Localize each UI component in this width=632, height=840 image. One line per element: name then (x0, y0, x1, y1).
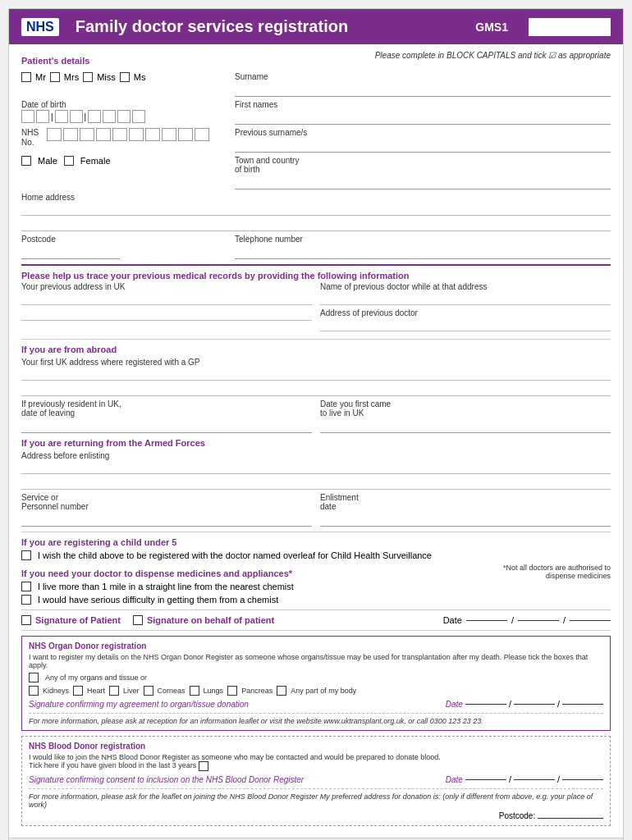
blood-date-label: Date (446, 775, 463, 784)
lungs-checkbox[interactable] (190, 686, 199, 696)
organ-date-2[interactable] (514, 704, 555, 705)
kidneys-checkbox[interactable] (29, 686, 39, 696)
title-surname-row: Mr Mrs Miss Ms Surname (21, 72, 611, 97)
first-names-field: First names (235, 100, 611, 125)
title-miss-checkbox[interactable] (83, 72, 93, 82)
female-checkbox[interactable] (64, 156, 74, 166)
first-uk-address-label: Your first UK address where registered w… (21, 358, 611, 367)
title-mrs-checkbox[interactable] (50, 72, 60, 82)
liver-label: Liver (123, 687, 140, 695)
dob-m2[interactable] (70, 110, 83, 123)
town-country-input[interactable] (235, 175, 611, 189)
title-mr-checkbox[interactable] (21, 72, 31, 82)
form-instruction: Please complete in BLOCK CAPITALS and ti… (375, 51, 611, 60)
first-uk-address-input-1[interactable] (21, 368, 611, 381)
sig-behalf-checkbox[interactable] (133, 615, 143, 625)
dob-y3[interactable] (117, 110, 131, 123)
dob-m1[interactable] (55, 110, 68, 123)
organ-any-checkbox[interactable] (29, 673, 39, 682)
nhs-b1[interactable] (47, 128, 62, 141)
blood-donor-description: I would like to join the NHS Blood Donor… (29, 753, 603, 771)
service-number-input[interactable] (21, 512, 312, 527)
lungs-label: Lungs (204, 687, 224, 695)
telephone-input[interactable] (235, 244, 611, 259)
nhs-b4[interactable] (96, 128, 111, 141)
sig-behalf-group: Signature on behalf of patient (133, 615, 274, 625)
enlistment-date-input[interactable] (320, 512, 611, 527)
home-address-label: Home address (21, 193, 611, 202)
child-surveillance-row: I wish the child above to be registered … (21, 550, 611, 560)
prev-address-label: Your previous address in UK (21, 282, 312, 291)
nhs-b6[interactable] (129, 128, 144, 141)
blood-date-3[interactable] (562, 779, 603, 780)
prev-resident-field: If previously resident in UK,date of lea… (21, 399, 312, 433)
blood-date-1[interactable] (465, 779, 506, 780)
dob-d2[interactable] (36, 110, 49, 123)
date-input-2[interactable] (518, 620, 559, 621)
child-under-5-title: If you are registering a child under 5 (21, 537, 611, 547)
prev-doctor-address-input[interactable] (320, 318, 611, 331)
home-address-input-2[interactable] (21, 218, 611, 231)
any-part-checkbox[interactable] (277, 686, 286, 696)
nhs-b9[interactable] (178, 128, 193, 141)
dob-y2[interactable] (103, 110, 116, 123)
nhs-b3[interactable] (80, 128, 94, 141)
address-before-input-2[interactable] (21, 477, 611, 490)
town-country-label: Town and countryof birth (235, 156, 611, 174)
prev-address-input-2[interactable] (21, 308, 312, 321)
male-checkbox[interactable] (21, 156, 31, 166)
blood-postcode-row: Postcode: (29, 811, 603, 820)
blood-postcode-input[interactable] (538, 818, 603, 819)
first-names-label: First names (235, 100, 611, 109)
prev-address-input-1[interactable] (21, 292, 312, 305)
organ-date-3[interactable] (562, 704, 603, 705)
dob-y1[interactable] (88, 110, 101, 123)
title-ms-label: Ms (134, 72, 146, 82)
date-group: Date / / (443, 615, 611, 625)
sex-town-row: Male Female Town and countryof birth (21, 156, 611, 189)
corneas-checkbox[interactable] (144, 686, 153, 696)
date-input-1[interactable] (466, 620, 507, 621)
title-ms-checkbox[interactable] (120, 72, 130, 82)
prev-resident-input[interactable] (21, 418, 312, 433)
form-title: Family doctor services registration (76, 17, 460, 36)
nhs-prev-surname-row: NHSNo. Previous surname/s (21, 128, 611, 153)
date-input-3[interactable] (570, 620, 611, 621)
prev-doctor-name-input[interactable] (320, 292, 611, 305)
address-before-input-1[interactable] (21, 461, 611, 474)
nhs-b7[interactable] (145, 128, 160, 141)
nhs-b8[interactable] (162, 128, 176, 141)
form-page: NHS Family doctor services registration … (8, 8, 624, 840)
male-label: Male (38, 156, 57, 166)
nhs-b10[interactable] (195, 128, 209, 141)
heart-checkbox[interactable] (73, 686, 83, 696)
sig-patient-checkbox[interactable] (21, 615, 31, 625)
postcode-input[interactable] (21, 244, 120, 259)
first-names-input[interactable] (235, 110, 611, 125)
blood-given-checkbox[interactable] (199, 761, 208, 771)
prev-surname-input[interactable] (235, 138, 611, 153)
nhs-b2[interactable] (63, 128, 78, 141)
sig-patient-label: Signature of Patient (35, 615, 121, 625)
section-divider-2 (21, 339, 611, 340)
pancreas-checkbox[interactable] (227, 686, 237, 696)
form-code-box[interactable] (529, 18, 611, 36)
signature-row: Signature of Patient Signature on behalf… (21, 615, 611, 625)
organ-date-group: Date / / (446, 699, 603, 709)
date-label: Date (443, 615, 462, 625)
surname-input[interactable] (235, 82, 611, 97)
organ-date-1[interactable] (465, 704, 506, 705)
liver-checkbox[interactable] (109, 686, 119, 696)
home-address-input-1[interactable] (21, 203, 611, 216)
medicines-checkbox-1[interactable] (21, 582, 31, 591)
dob-d1[interactable] (21, 110, 34, 123)
nhs-b5[interactable] (112, 128, 127, 141)
blood-sig-label: Signature confirming consent to inclusio… (29, 775, 304, 784)
first-came-input[interactable] (320, 418, 611, 433)
medicines-label-1: I live more than 1 mile in a straight li… (38, 582, 294, 591)
dob-y4[interactable] (132, 110, 145, 123)
medicines-checkbox-2[interactable] (21, 595, 31, 605)
blood-date-2[interactable] (514, 779, 555, 780)
child-surveillance-checkbox[interactable] (21, 550, 31, 560)
first-uk-address-input-2[interactable] (21, 383, 611, 396)
